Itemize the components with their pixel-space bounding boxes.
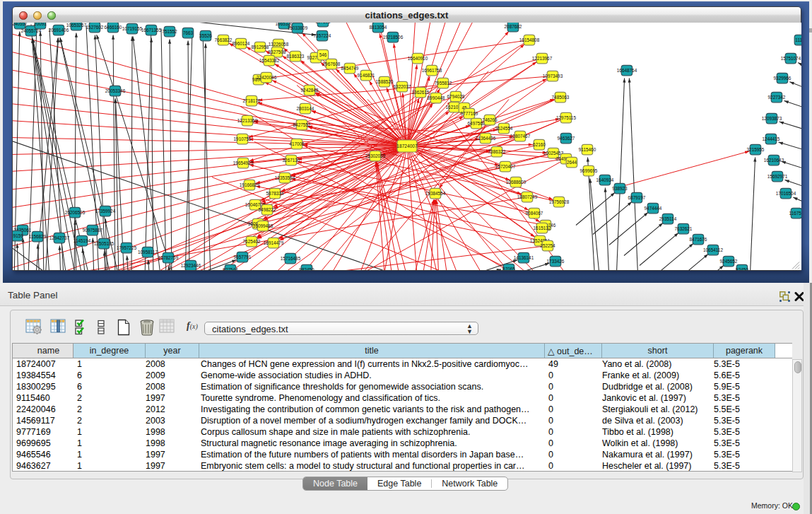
svg-text:15751074: 15751074 <box>781 55 801 60</box>
svg-text:3624554: 3624554 <box>495 125 513 130</box>
svg-text:17359924: 17359924 <box>95 208 116 213</box>
svg-text:12213967: 12213967 <box>532 55 553 60</box>
svg-text:16154808: 16154808 <box>519 37 540 42</box>
svg-text:417006: 417006 <box>289 141 305 146</box>
svg-text:5498222: 5498222 <box>259 206 276 211</box>
svg-text:1145194: 1145194 <box>73 238 91 243</box>
svg-text:546: 546 <box>319 52 327 57</box>
svg-text:2803144: 2803144 <box>297 105 314 110</box>
svg-text:87065: 87065 <box>502 266 515 270</box>
svg-text:35526: 35526 <box>199 33 212 37</box>
svg-text:1244415: 1244415 <box>763 136 780 141</box>
svg-text:92450: 92450 <box>736 267 748 270</box>
svg-text:18724007: 18724007 <box>396 144 418 148</box>
svg-text:18807249: 18807249 <box>517 194 538 199</box>
svg-text:9146821: 9146821 <box>358 72 375 77</box>
svg-text:62160: 62160 <box>533 141 546 146</box>
svg-text:2967608: 2967608 <box>323 61 341 66</box>
svg-text:9474444: 9474444 <box>645 205 662 210</box>
svg-text:2087682: 2087682 <box>505 23 522 28</box>
svg-text:7663822: 7663822 <box>215 37 233 42</box>
svg-text:7485063: 7485063 <box>552 94 570 99</box>
svg-text:927544: 927544 <box>223 267 238 270</box>
svg-text:6466160: 6466160 <box>105 24 122 29</box>
svg-text:240557: 240557 <box>13 23 28 26</box>
svg-text:10958117: 10958117 <box>138 249 158 254</box>
svg-text:90975887: 90975887 <box>83 227 103 232</box>
svg-text:9242848: 9242848 <box>301 87 319 92</box>
svg-text:22420046: 22420046 <box>257 74 277 79</box>
svg-text:12093873: 12093873 <box>762 115 782 120</box>
svg-text:1527602: 1527602 <box>86 24 104 29</box>
svg-text:7955812: 7955812 <box>435 80 452 85</box>
svg-text:9699695: 9699695 <box>580 168 598 173</box>
svg-text:8990448: 8990448 <box>428 95 445 100</box>
svg-text:107191: 107191 <box>315 23 331 24</box>
svg-text:15716485: 15716485 <box>281 255 301 260</box>
svg-text:8471676: 8471676 <box>690 236 707 241</box>
svg-text:3215955: 3215955 <box>747 146 765 151</box>
svg-text:1640934: 1640934 <box>596 177 614 182</box>
svg-text:10653267: 10653267 <box>66 23 87 28</box>
svg-text:12942737: 12942737 <box>49 235 70 240</box>
svg-text:26206505: 26206505 <box>65 209 86 214</box>
svg-text:746266: 746266 <box>482 117 498 122</box>
svg-text:14136141: 14136141 <box>514 255 534 259</box>
svg-text:12213369: 12213369 <box>237 117 258 122</box>
svg-text:20691406: 20691406 <box>49 27 69 32</box>
svg-text:1588520: 1588520 <box>376 78 394 83</box>
svg-text:8960124: 8960124 <box>233 40 250 45</box>
svg-text:12353594: 12353594 <box>275 175 295 180</box>
svg-text:6322037: 6322037 <box>394 83 411 88</box>
svg-text:17016504: 17016504 <box>776 190 796 195</box>
svg-text:19384554: 19384554 <box>425 190 446 195</box>
svg-text:2935114: 2935114 <box>659 216 677 221</box>
svg-text:9115460: 9115460 <box>579 146 596 151</box>
svg-text:16099488: 16099488 <box>253 223 273 228</box>
svg-text:39159: 39159 <box>13 233 23 238</box>
svg-text:16671355: 16671355 <box>141 27 162 32</box>
svg-text:10688609: 10688609 <box>506 179 526 184</box>
svg-text:12505185: 12505185 <box>94 240 114 245</box>
svg-text:16210643: 16210643 <box>764 157 784 162</box>
svg-text:16543382: 16543382 <box>259 57 280 62</box>
svg-text:12923446: 12923446 <box>181 262 201 267</box>
svg-text:7386322: 7386322 <box>488 148 506 153</box>
svg-text:15720407: 15720407 <box>495 163 516 168</box>
svg-text:20091: 20091 <box>34 23 47 26</box>
svg-text:19756928: 19756928 <box>549 199 570 204</box>
svg-text:13226058: 13226058 <box>269 41 289 46</box>
svg-text:9657791: 9657791 <box>234 254 252 259</box>
svg-text:15692971: 15692971 <box>767 173 788 178</box>
svg-text:19654925: 19654925 <box>233 160 254 165</box>
svg-text:9327508: 9327508 <box>269 49 286 54</box>
svg-text:21364436: 21364436 <box>476 135 496 140</box>
svg-text:938923: 938923 <box>612 185 628 190</box>
svg-text:7625402: 7625402 <box>243 238 261 243</box>
svg-text:9777169: 9777169 <box>461 110 478 115</box>
svg-text:6879197: 6879197 <box>628 194 646 199</box>
svg-text:8427552: 8427552 <box>293 122 311 127</box>
svg-text:16782759: 16782759 <box>158 255 179 259</box>
svg-text:1156829: 1156829 <box>29 233 47 238</box>
svg-text:10807467: 10807467 <box>510 133 531 138</box>
svg-text:9245652: 9245652 <box>720 258 738 263</box>
svg-text:20053346: 20053346 <box>105 88 126 93</box>
svg-text:7632621: 7632621 <box>675 226 693 230</box>
svg-text:1910755: 1910755 <box>234 136 252 141</box>
svg-text:7357224: 7357224 <box>314 33 331 37</box>
svg-text:16640910: 16640910 <box>408 55 428 60</box>
svg-text:12975115: 12975115 <box>556 115 576 119</box>
svg-text:10654112: 10654112 <box>703 247 723 252</box>
svg-text:1733426: 1733426 <box>547 258 565 263</box>
svg-text:2644: 2644 <box>567 159 577 164</box>
svg-text:5878334: 5878334 <box>266 190 284 195</box>
svg-text:6794028: 6794028 <box>447 93 465 98</box>
svg-text:116753: 116753 <box>789 210 801 215</box>
svg-text:8813054: 8813054 <box>370 24 387 29</box>
svg-text:982450: 982450 <box>299 267 314 270</box>
svg-text:1112: 1112 <box>795 37 801 42</box>
svg-text:10973493: 10973493 <box>543 73 563 78</box>
svg-text:17957225: 17957225 <box>117 245 137 250</box>
svg-text:10719155: 10719155 <box>122 25 143 30</box>
